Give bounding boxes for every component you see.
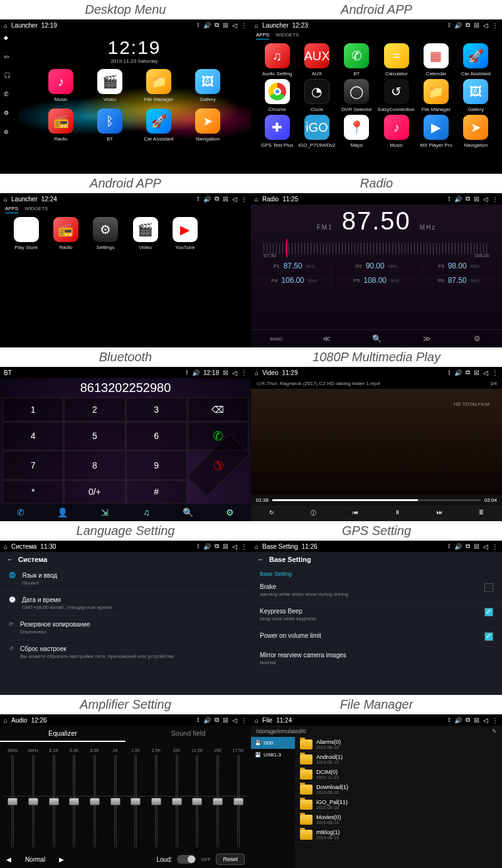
band-button[interactable]: BAND xyxy=(267,332,286,345)
key-9[interactable]: 9 xyxy=(126,451,187,480)
screenshot-icon[interactable]: ⧉ xyxy=(466,716,470,724)
nav-icon[interactable]: ◆ xyxy=(4,34,14,45)
preset-P6[interactable]: P687.50MHz xyxy=(418,273,499,287)
back-icon[interactable]: ◁ xyxy=(232,369,237,376)
app-audio-setting[interactable]: ♫Audio Setting xyxy=(257,43,297,77)
screenshot-icon[interactable]: ⧉ xyxy=(466,195,470,203)
storage-item[interactable]: 💾SD0 xyxy=(251,737,295,749)
app-navigation[interactable]: ➤Navigation xyxy=(188,109,227,142)
close-icon[interactable]: ☒ xyxy=(474,369,479,376)
app-easyconnection[interactable]: ↺EasyConnection xyxy=(376,79,416,112)
preset-prev[interactable]: ◀ xyxy=(6,856,11,863)
key-4[interactable]: 4 xyxy=(3,422,63,451)
back-icon[interactable]: ◁ xyxy=(483,543,488,550)
home-icon[interactable]: ⌂ xyxy=(255,22,259,29)
preset-P5[interactable]: P5108.00MHz xyxy=(336,273,417,287)
folder-row[interactable]: Alarms(0)2016-08-18 xyxy=(295,737,502,752)
setting-item[interactable]: 🕓Дата и времяGMT+08:00 Китай, стандартно… xyxy=(0,591,251,616)
app-youtube[interactable]: ▶YouTube xyxy=(165,217,205,250)
checkbox[interactable] xyxy=(484,608,493,617)
playlist-button[interactable]: ≣ xyxy=(479,509,484,517)
menu-icon[interactable]: ⋮ xyxy=(492,543,498,550)
checkbox[interactable] xyxy=(484,632,493,641)
tab-widgets[interactable]: WIDGETS xyxy=(275,32,299,40)
back-arrow[interactable]: ← xyxy=(257,556,264,563)
app-chrome[interactable]: Chrome xyxy=(257,79,297,112)
volume-icon[interactable]: 🔊 xyxy=(454,543,462,550)
volume-icon[interactable]: 🔊 xyxy=(203,22,211,29)
screenshot-icon[interactable]: ⧉ xyxy=(215,195,219,203)
back-icon[interactable]: ◁ xyxy=(483,369,488,376)
next-button[interactable]: ⏭ xyxy=(437,509,442,517)
app-clock[interactable]: ◔Clock xyxy=(297,79,336,112)
folder-row[interactable]: Download(1)2016-08-18 xyxy=(295,782,502,797)
eq-slider[interactable] xyxy=(155,755,158,847)
volume-icon[interactable]: 🔊 xyxy=(203,717,211,724)
contacts-tab[interactable]: 👤 xyxy=(56,507,69,517)
key-delete[interactable]: ⌫ xyxy=(188,398,248,421)
tab-apps[interactable]: APPS xyxy=(256,32,269,40)
home-icon[interactable]: ⌂ xyxy=(255,717,259,724)
menu-icon[interactable]: ⋮ xyxy=(492,196,498,203)
video-canvas[interactable]: HD TOTALFILM xyxy=(251,389,502,495)
menu-icon[interactable]: ⋮ xyxy=(492,717,498,724)
app-gps-test-plus[interactable]: ✚GPS Test Plus xyxy=(257,115,297,148)
eq-slider[interactable] xyxy=(73,755,75,847)
preset-P3[interactable]: P398.00MHz xyxy=(418,259,499,273)
menu-icon[interactable]: ⋮ xyxy=(241,22,247,29)
app-video[interactable]: 🎬Video xyxy=(125,217,165,250)
key-0/+[interactable]: 0/+ xyxy=(64,480,125,504)
app-aux[interactable]: AUXAUX xyxy=(297,43,336,77)
apps-icon[interactable]: ⊚ xyxy=(4,129,14,139)
setting-item[interactable]: 🌐Язык и вводGboard xyxy=(0,567,251,591)
key-2[interactable]: 2 xyxy=(64,398,125,421)
close-icon[interactable]: ☒ xyxy=(474,543,479,550)
app-dvr-selector[interactable]: ◯DVR Selector xyxy=(337,79,376,112)
volume-icon[interactable]: 🔊 xyxy=(454,369,462,376)
gear-icon[interactable]: ⚙ xyxy=(4,110,14,120)
app-igo-p719wdv2[interactable]: iGOiGO_P719WDv2 xyxy=(297,115,336,148)
close-icon[interactable]: ☒ xyxy=(223,22,228,29)
back-arrow[interactable]: ← xyxy=(6,556,13,563)
screenshot-icon[interactable]: ⧉ xyxy=(215,716,219,724)
setting-item[interactable]: ↺Сброс настроекВы можете сбросить настро… xyxy=(0,640,251,665)
close-icon[interactable]: ☒ xyxy=(474,196,479,203)
eq-slider[interactable] xyxy=(196,755,198,847)
menu-icon[interactable]: ⋮ xyxy=(241,543,247,550)
close-icon[interactable]: ☒ xyxy=(223,543,228,550)
dial-needle[interactable] xyxy=(286,239,287,258)
eq-slider[interactable] xyxy=(237,755,240,847)
key-3[interactable]: 3 xyxy=(126,398,187,421)
volume-icon[interactable]: 🔊 xyxy=(454,717,462,724)
back-icon[interactable]: ◁ xyxy=(483,717,488,724)
eq-slider[interactable] xyxy=(114,755,117,847)
volume-icon[interactable]: 🔊 xyxy=(454,22,462,29)
tab-equalizer[interactable]: Equalizer xyxy=(0,726,125,742)
home-icon[interactable]: ⌂ xyxy=(255,369,259,376)
app-radio[interactable]: 📻Radio xyxy=(46,217,85,250)
home-icon[interactable]: ⌂ xyxy=(4,717,8,724)
eq-slider[interactable] xyxy=(53,755,55,847)
key-6[interactable]: 6 xyxy=(126,422,187,451)
eq-slider[interactable] xyxy=(93,755,96,847)
preset-P1[interactable]: P187.50MHz xyxy=(254,259,335,273)
app-gallery[interactable]: 🖼Gallery xyxy=(456,79,496,112)
key-#[interactable]: # xyxy=(126,480,187,504)
key-*[interactable]: * xyxy=(3,480,63,504)
close-icon[interactable]: ☒ xyxy=(474,717,479,724)
app-video[interactable]: 🎬Video xyxy=(90,69,129,102)
repeat-button[interactable]: ↻ xyxy=(269,509,274,517)
app-radio[interactable]: 📻Radio xyxy=(41,109,80,142)
edit-icon[interactable]: ✎ xyxy=(492,728,497,734)
app-bt[interactable]: ✆BT xyxy=(337,43,376,77)
screenshot-icon[interactable]: ⧉ xyxy=(466,369,470,376)
setting-item[interactable]: ⟳Резервное копированиеОтключено xyxy=(0,616,251,640)
tab-apps[interactable]: APPS xyxy=(5,206,18,213)
app-mx-player-pro[interactable]: ▶MX Player Pro xyxy=(416,115,456,148)
folder-row[interactable]: mtklog(1)2019-08-15 xyxy=(295,827,502,842)
eq-slider[interactable] xyxy=(176,755,178,847)
back-icon[interactable]: ◁ xyxy=(232,22,237,29)
close-icon[interactable]: ☒ xyxy=(223,717,228,724)
eq-slider[interactable] xyxy=(216,755,219,847)
menu-icon[interactable]: ⋮ xyxy=(492,369,498,376)
